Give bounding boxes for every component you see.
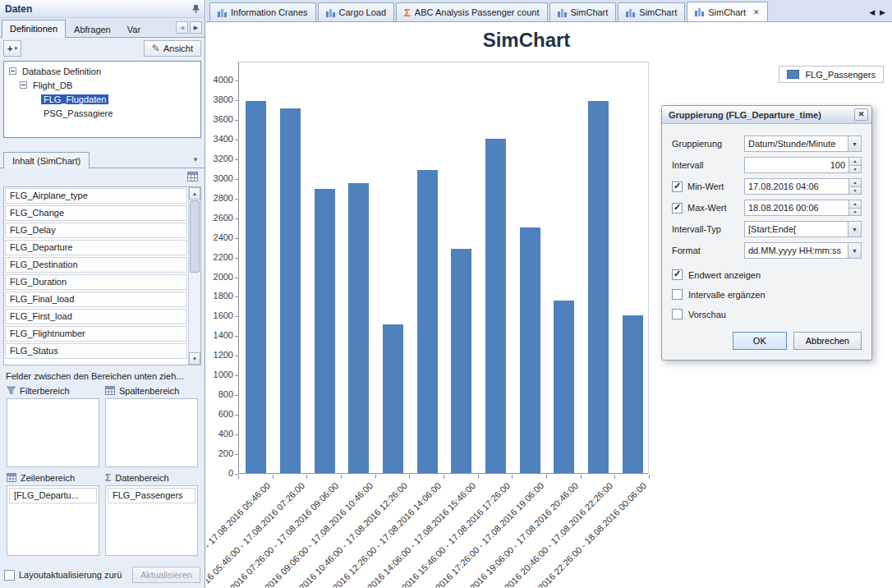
tab-information-cranes[interactable]: Information Cranes bbox=[209, 2, 316, 21]
field-item[interactable]: FLG_Final_load bbox=[5, 292, 187, 307]
tab-simchart[interactable]: SimChart✕ bbox=[687, 2, 767, 21]
scrollbar-thumb[interactable] bbox=[190, 200, 200, 273]
bar-5[interactable] bbox=[417, 170, 438, 473]
field-item[interactable]: FLG_Destination bbox=[5, 257, 187, 273]
tree-item[interactable]: Flight_DB bbox=[6, 78, 199, 92]
intervall-spinner[interactable]: 100 ▲▼ bbox=[744, 157, 862, 173]
spin-up-icon[interactable]: ▲ bbox=[849, 158, 861, 166]
collapse-icon[interactable] bbox=[9, 67, 16, 75]
ansicht-button[interactable]: ✎ Ansicht bbox=[144, 40, 201, 57]
chevron-down-icon[interactable]: ▼ bbox=[848, 136, 861, 151]
field-item[interactable]: FLG_Flightnumber bbox=[5, 326, 187, 342]
panel-tabs-scroll-right-icon[interactable]: ▶ bbox=[190, 21, 202, 34]
abbrechen-button[interactable]: Abbrechen bbox=[793, 332, 862, 350]
dialog-body: Gruppierung Datum/Stunde/Minute ▼ Interv… bbox=[662, 124, 871, 360]
field-item[interactable]: FLG_Status bbox=[5, 343, 187, 359]
ok-button[interactable]: OK bbox=[733, 332, 787, 350]
x-axis-tick bbox=[649, 475, 650, 479]
endwert-anzeigen-checkbox[interactable] bbox=[672, 269, 683, 280]
tree-item[interactable]: Database Definition bbox=[6, 64, 199, 78]
tree-item[interactable]: PSG_Passagiere bbox=[6, 106, 199, 120]
zeilen-field-item[interactable]: [FLG_Departu... bbox=[9, 488, 97, 503]
spin-up-icon[interactable]: ▲ bbox=[849, 179, 861, 187]
spin-down-icon[interactable]: ▼ bbox=[849, 209, 861, 216]
bar-0[interactable] bbox=[246, 101, 266, 473]
add-definition-button[interactable]: +▾ bbox=[3, 40, 21, 57]
x-axis-tick bbox=[581, 475, 582, 479]
tab-cargo-load[interactable]: Cargo Load bbox=[318, 2, 395, 21]
scroll-tabs-left-icon[interactable]: ◀ bbox=[869, 8, 875, 16]
tab-nav: ◀ ▶ bbox=[866, 8, 889, 21]
spin-down-icon[interactable]: ▼ bbox=[849, 187, 861, 195]
tree-item[interactable]: FLG_Flugdaten bbox=[6, 92, 199, 106]
daten-field-item[interactable]: FLG_Passengers bbox=[108, 488, 195, 503]
bar-9[interactable] bbox=[554, 301, 574, 473]
y-axis-tick bbox=[235, 179, 238, 180]
spin-up-icon[interactable]: ▲ bbox=[849, 200, 861, 209]
panel-tab-strip: DefinitionenAbfragenVar ◀ ▶ bbox=[0, 18, 205, 38]
dialog-title-bar[interactable]: Gruppierung (FLG_Departure_time) ✕ bbox=[662, 106, 871, 124]
panel-tabs-scroll-left-icon[interactable]: ◀ bbox=[176, 21, 188, 34]
field-list-scrollbar[interactable]: ▲ ▼ bbox=[188, 187, 200, 365]
layout-grid-icon[interactable] bbox=[187, 172, 198, 181]
field-item[interactable]: FLG_Duration bbox=[5, 274, 187, 290]
gruppierung-combobox[interactable]: Datum/Stunde/Minute ▼ bbox=[744, 136, 862, 152]
tab-abc-analysis-passenger-count[interactable]: ΣABC Analysis Passenger count bbox=[396, 2, 547, 21]
bar-3[interactable] bbox=[348, 183, 369, 473]
close-icon[interactable]: ✕ bbox=[753, 8, 760, 16]
bar-11[interactable] bbox=[623, 315, 643, 473]
panel-tab-var[interactable]: Var bbox=[119, 21, 149, 37]
max-wert-spinner[interactable]: 18.08.2016 00:06 ▲▼ bbox=[744, 200, 862, 216]
dialog-title: Gruppierung (FLG_Departure_time) bbox=[669, 110, 821, 120]
intervalle-ergaenzen-checkbox[interactable] bbox=[672, 289, 683, 300]
pin-icon[interactable] bbox=[192, 4, 200, 14]
filter-area-box[interactable] bbox=[7, 398, 99, 467]
layout-update-checkbox[interactable] bbox=[4, 570, 15, 581]
y-axis-tick bbox=[235, 278, 238, 278]
y-axis-tick-label: 400 bbox=[206, 429, 233, 439]
y-axis-tick-label: 2400 bbox=[206, 232, 233, 242]
panel-tab-nav: ◀ ▶ bbox=[173, 21, 205, 37]
chevron-down-icon[interactable]: ▼ bbox=[190, 156, 201, 168]
intervall-typ-combobox[interactable]: [Start;Ende[ ▼ bbox=[744, 221, 862, 237]
field-item[interactable]: FLG_Airplane_type bbox=[5, 188, 187, 204]
bar-1[interactable] bbox=[280, 108, 301, 473]
bar-6[interactable] bbox=[451, 249, 471, 473]
bar-4[interactable] bbox=[383, 324, 403, 473]
vorschau-checkbox[interactable] bbox=[672, 309, 683, 319]
min-wert-spinner[interactable]: 17.08.2016 04:06 ▲▼ bbox=[744, 178, 862, 195]
min-wert-checkbox[interactable] bbox=[672, 181, 683, 192]
zeilen-area-box[interactable]: [FLG_Departu... bbox=[7, 485, 99, 556]
tab-simchart[interactable]: SimChart bbox=[549, 2, 617, 21]
collapse-icon[interactable] bbox=[20, 81, 27, 89]
format-combobox[interactable]: dd.MM.yyyy HH:mm:ss ▼ bbox=[744, 242, 862, 259]
scroll-tabs-right-icon[interactable]: ▶ bbox=[880, 8, 885, 16]
max-wert-checkbox[interactable] bbox=[672, 203, 683, 214]
bar-10[interactable] bbox=[588, 101, 609, 473]
scroll-up-icon[interactable]: ▲ bbox=[189, 187, 200, 200]
bar-2[interactable] bbox=[315, 189, 335, 473]
chart-legend: FLG_Passengers bbox=[779, 66, 884, 83]
max-wert-label: Max-Wert bbox=[687, 203, 726, 213]
daten-area-box[interactable]: FLG_Passengers bbox=[105, 485, 198, 556]
field-item[interactable]: FLG_Departure bbox=[5, 240, 187, 255]
bar-7[interactable] bbox=[485, 139, 506, 473]
panel-tab-definitionen[interactable]: Definitionen bbox=[2, 20, 66, 38]
daten-area-label: Σ Datenbereich bbox=[105, 471, 198, 485]
aktualisieren-button[interactable]: Aktualisieren bbox=[132, 567, 200, 583]
field-item[interactable]: FLG_Change bbox=[5, 205, 187, 221]
close-icon[interactable]: ✕ bbox=[854, 108, 868, 121]
y-axis-tick bbox=[235, 296, 238, 297]
tree-item-label: Flight_DB bbox=[30, 80, 75, 90]
spalten-area-box[interactable] bbox=[105, 398, 198, 467]
panel-tab-abfragen[interactable]: Abfragen bbox=[66, 21, 119, 37]
field-item[interactable]: FLG_Delay bbox=[5, 223, 187, 238]
bar-8[interactable] bbox=[520, 227, 540, 473]
chevron-down-icon[interactable]: ▼ bbox=[848, 243, 861, 258]
scroll-down-icon[interactable]: ▼ bbox=[189, 352, 200, 365]
field-item[interactable]: FLG_First_load bbox=[5, 309, 187, 324]
tab-simchart[interactable]: SimChart bbox=[618, 2, 685, 21]
tab-inhalt-simchart[interactable]: Inhalt (SimChart) bbox=[3, 152, 90, 168]
chevron-down-icon[interactable]: ▼ bbox=[848, 222, 861, 237]
spin-down-icon[interactable]: ▼ bbox=[849, 166, 861, 173]
